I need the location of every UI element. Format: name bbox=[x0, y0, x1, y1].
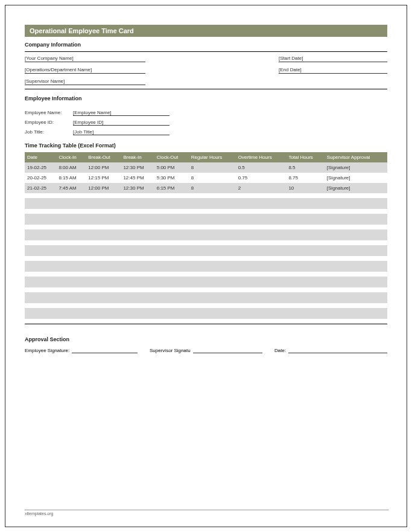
department-field[interactable]: [Operations/Department Name] bbox=[25, 66, 145, 74]
cell-regular: 8 bbox=[189, 162, 236, 173]
table-row: 20-02-258:15 AM12:15 PM12:45 PM5:30 PM80… bbox=[25, 173, 387, 183]
cell-clock_in: 7:45 AM bbox=[56, 183, 86, 193]
cell-clock_out: 5:00 PM bbox=[154, 162, 189, 173]
th-regular: Regular Hours bbox=[189, 152, 236, 162]
job-title-value[interactable]: [Job Title] bbox=[73, 129, 170, 135]
date-cell: Date: bbox=[274, 347, 387, 353]
divider-thick bbox=[25, 89, 387, 89]
cell-date: 19-02-25 bbox=[25, 162, 56, 173]
cell-date: 20-02-25 bbox=[25, 173, 56, 183]
divider bbox=[25, 51, 387, 52]
cell-total: 8.75 bbox=[286, 173, 324, 183]
table-row: 21-02-257:45 AM12:00 PM12:30 PM6:15 PM82… bbox=[25, 183, 387, 193]
date-line[interactable] bbox=[288, 347, 387, 353]
cell-break_in: 12:30 PM bbox=[121, 162, 154, 173]
employee-id-row: Employee ID: [Employee ID] bbox=[25, 120, 387, 126]
approval-heading: Approval Section bbox=[25, 336, 387, 342]
cell-overtime: 2 bbox=[236, 183, 287, 193]
job-title-label: Job Title: bbox=[25, 129, 73, 135]
employee-name-value[interactable]: [Employee Name] bbox=[73, 110, 170, 116]
footer: xltemplates.org bbox=[25, 510, 388, 516]
employee-info-heading: Employee Information bbox=[25, 95, 387, 101]
employee-signature-label: Employee Signature: bbox=[25, 348, 69, 353]
employee-name-row: Employee Name: [Employee Name] bbox=[25, 110, 387, 116]
time-tracking-table: Date Clock-In Break-Out Break-In Clock-O… bbox=[25, 152, 387, 193]
supervisor-field[interactable]: [Supervisor Name] bbox=[25, 77, 145, 85]
employee-signature-line[interactable] bbox=[72, 347, 138, 353]
th-break-out: Break-Out bbox=[86, 152, 121, 162]
empty-row bbox=[25, 214, 387, 225]
cell-approval: [Signature] bbox=[325, 173, 387, 183]
th-clock-in: Clock-In bbox=[56, 152, 86, 162]
empty-row bbox=[25, 229, 387, 240]
empty-row bbox=[25, 292, 387, 303]
th-approval: Supervisor Approval bbox=[325, 152, 387, 162]
cell-regular: 8 bbox=[189, 173, 236, 183]
table-header-row: Date Clock-In Break-Out Break-In Clock-O… bbox=[25, 152, 387, 162]
cell-total: 10 bbox=[286, 183, 324, 193]
cell-break_out: 12:00 PM bbox=[86, 183, 121, 193]
supervisor-signature-label: Supervisor Signatu bbox=[150, 348, 191, 353]
company-info-heading: Company Information bbox=[25, 42, 387, 48]
time-tracking-heading: Time Tracking Table (Excel Format) bbox=[25, 143, 387, 149]
cell-break_out: 12:00 PM bbox=[86, 162, 121, 173]
cell-clock_in: 8:00 AM bbox=[56, 162, 86, 173]
employee-name-label: Employee Name: bbox=[25, 110, 73, 116]
th-overtime: Overtime Hours bbox=[236, 152, 287, 162]
supervisor-signature-cell: Supervisor Signatu bbox=[150, 347, 262, 353]
cell-break_in: 12:30 PM bbox=[121, 183, 154, 193]
company-name-field[interactable]: [Your Company Name] bbox=[25, 54, 145, 62]
th-total: Total Hours bbox=[286, 152, 324, 162]
cell-break_out: 12:15 PM bbox=[86, 173, 121, 183]
cell-overtime: 0.75 bbox=[236, 173, 287, 183]
empty-row bbox=[25, 261, 387, 272]
cell-clock_in: 8:15 AM bbox=[56, 173, 86, 183]
footer-text: xltemplates.org bbox=[25, 511, 53, 516]
supervisor-signature-line[interactable] bbox=[193, 347, 262, 353]
th-clock-out: Clock-Out bbox=[154, 152, 189, 162]
page-container: Operational Employee Time Card Company I… bbox=[5, 5, 407, 527]
empty-rows-area bbox=[25, 198, 387, 319]
footer-divider bbox=[25, 510, 388, 510]
cell-clock_out: 6:15 PM bbox=[154, 183, 189, 193]
cell-break_in: 12:45 PM bbox=[121, 173, 154, 183]
empty-row bbox=[25, 308, 387, 319]
empty-row bbox=[25, 198, 387, 209]
divider-thick-2 bbox=[25, 324, 387, 324]
start-date-field[interactable]: [Start Date] bbox=[279, 54, 387, 62]
cell-approval: [Signature] bbox=[325, 162, 387, 173]
cell-clock_out: 5:30 PM bbox=[154, 173, 189, 183]
cell-overtime: 0.5 bbox=[236, 162, 287, 173]
th-date: Date bbox=[25, 152, 56, 162]
employee-signature-cell: Employee Signature: bbox=[25, 347, 138, 353]
employee-id-value[interactable]: [Employee ID] bbox=[73, 120, 170, 126]
date-label: Date: bbox=[274, 348, 286, 353]
cell-approval: [Signature] bbox=[325, 183, 387, 193]
cell-total: 8.5 bbox=[286, 162, 324, 173]
table-row: 19-02-258:00 AM12:00 PM12:30 PM5:00 PM80… bbox=[25, 162, 387, 173]
signature-row: Employee Signature: Supervisor Signatu D… bbox=[25, 347, 387, 353]
end-date-field[interactable]: [End Date] bbox=[279, 66, 387, 74]
job-title-row: Job Title: [Job Title] bbox=[25, 129, 387, 135]
cell-date: 21-02-25 bbox=[25, 183, 56, 193]
company-row-2: [Operations/Department Name] [End Date] bbox=[25, 66, 387, 77]
employee-id-label: Employee ID: bbox=[25, 120, 73, 126]
cell-regular: 8 bbox=[189, 183, 236, 193]
approval-section: Approval Section Employee Signature: Sup… bbox=[25, 336, 387, 353]
empty-row bbox=[25, 245, 387, 256]
company-row-1: [Your Company Name] [Start Date] bbox=[25, 54, 387, 66]
empty-row bbox=[25, 277, 387, 287]
document-title: Operational Employee Time Card bbox=[25, 25, 387, 37]
th-break-in: Break-In bbox=[121, 152, 154, 162]
